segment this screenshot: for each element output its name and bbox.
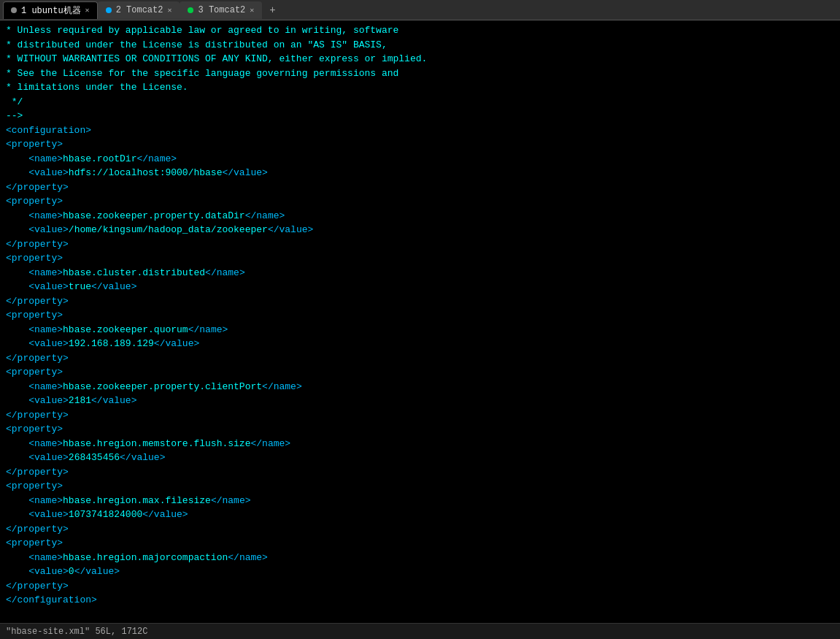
code-line: </property>	[6, 408, 834, 423]
code-line: <name>hbase.cluster.distributed</name>	[6, 266, 834, 280]
code-line: <property>	[6, 422, 834, 437]
tab-label-tomcat2: 2 Tomcat2	[116, 5, 163, 15]
add-tab-button[interactable]: +	[265, 3, 280, 18]
tab-tomcat2[interactable]: 2 Tomcat2 ✕	[98, 1, 180, 19]
tab-bar: 1 ubuntu机器 ✕ 2 Tomcat2 ✕ 3 Tomcat2 ✕ +	[0, 0, 840, 20]
code-line: <name>hbase.hregion.majorcompaction</nam…	[6, 551, 834, 565]
code-editor[interactable]: * Unless required by applicable law or a…	[0, 20, 840, 623]
code-line: * WITHOUT WARRANTIES OR CONDITIONS OF AN…	[6, 52, 834, 66]
code-line: * Unless required by applicable law or a…	[6, 23, 834, 38]
code-line: <value>true</value>	[6, 280, 834, 294]
code-line: </property>	[6, 351, 834, 366]
code-line: <name>hbase.rootDir</name>	[6, 152, 834, 167]
status-bar: "hbase-site.xml" 56L, 1712C	[0, 623, 840, 639]
code-line: <name>hbase.zookeeper.quorum</name>	[6, 323, 834, 337]
tab-dot-tomcat3	[188, 7, 193, 13]
tab-tomcat3[interactable]: 3 Tomcat2 ✕	[180, 1, 262, 19]
tab-dot-tomcat2	[106, 7, 112, 13]
code-line: <name>hbase.hregion.memstore.flush.size<…	[6, 437, 834, 451]
code-line: */	[6, 95, 834, 110]
code-line: </property>	[6, 180, 834, 195]
code-line: <name>hbase.zookeeper.property.dataDir</…	[6, 209, 834, 223]
status-text: "hbase-site.xml" 56L, 1712C	[6, 627, 147, 637]
code-line: * distributed under the License is distr…	[6, 38, 834, 53]
code-line: <property>	[6, 194, 834, 209]
code-line: <configuration>	[6, 123, 834, 138]
code-line: </property>	[6, 465, 834, 480]
code-line: <value>hdfs://localhost:9000/hbase</valu…	[6, 166, 834, 180]
code-line: </property>	[6, 237, 834, 252]
code-line: </property>	[6, 294, 834, 309]
code-line: <property>	[6, 251, 834, 266]
code-line: <value>268435456</value>	[6, 451, 834, 465]
tab-label-tomcat3: 3 Tomcat2	[198, 5, 245, 15]
tab-close-ubuntu[interactable]: ✕	[85, 6, 90, 15]
code-line: <value>/home/kingsum/hadoop_data/zookeep…	[6, 223, 834, 237]
tab-ubuntu[interactable]: 1 ubuntu机器 ✕	[3, 1, 98, 19]
code-line: <name>hbase.hregion.max.filesize</name>	[6, 494, 834, 508]
tab-close-tomcat3[interactable]: ✕	[250, 6, 254, 15]
code-line: <value>2181</value>	[6, 394, 834, 408]
code-line: <property>	[6, 479, 834, 494]
code-line: </property>	[6, 579, 834, 594]
code-line: <property>	[6, 365, 834, 380]
code-line: <value>192.168.189.129</value>	[6, 337, 834, 351]
code-line: <property>	[6, 308, 834, 323]
code-line: <name>hbase.zookeeper.property.clientPor…	[6, 380, 834, 394]
code-line: -->	[6, 109, 834, 123]
code-line: * See the License for the specific langu…	[6, 66, 834, 81]
code-line: </property>	[6, 522, 834, 537]
code-line: <value>0</value>	[6, 565, 834, 579]
tab-label-ubuntu: 1 ubuntu机器	[21, 4, 81, 17]
code-line: * limitations under the License.	[6, 80, 834, 95]
code-line: <property>	[6, 137, 834, 152]
tab-dot-ubuntu	[11, 7, 17, 13]
tab-close-tomcat2[interactable]: ✕	[167, 6, 172, 15]
code-line: <value>1073741824000</value>	[6, 508, 834, 522]
code-line: </configuration>	[6, 593, 834, 608]
code-line: <property>	[6, 536, 834, 551]
